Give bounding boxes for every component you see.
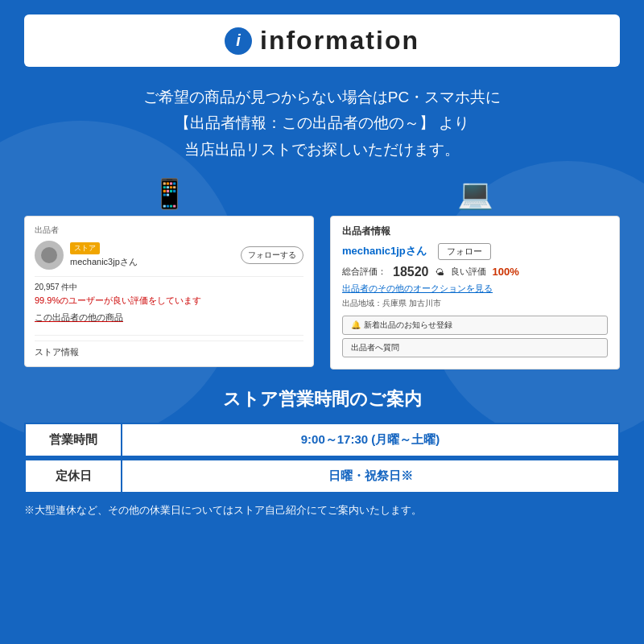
screenshots-row: 📱 出品者 ストア mechanic3jpさん フォローする 20,957 件中… bbox=[24, 177, 620, 369]
description-line3: 当店出品リストでお探しいただけます。 bbox=[24, 137, 620, 163]
store-hours-title: ストア営業時間のご案内 bbox=[24, 387, 620, 411]
smartphone-icon: 📱 bbox=[151, 177, 188, 211]
store-hours-footnote: ※大型連休など、その他の休業日についてはストア自己紹介にてご案内いたします。 bbox=[24, 503, 620, 518]
pc-username: mechanic1jpさん bbox=[342, 244, 427, 258]
pc-total-num: 18520 bbox=[393, 265, 429, 279]
mobile-stats: 20,957 件中 bbox=[35, 282, 303, 293]
info-header: i information bbox=[24, 14, 620, 67]
bell-icon: 🔔 bbox=[351, 320, 361, 329]
mobile-avatar bbox=[35, 241, 64, 270]
hours-table: 営業時間 9:00～17:30 (月曜～土曜) 定休日 日曜・祝祭日※ bbox=[24, 423, 620, 493]
mobile-screenshot: 出品者 ストア mechanic3jpさん フォローする 20,957 件中 9… bbox=[24, 216, 314, 367]
description-block: ご希望の商品が見つからない場合はPC・スマホ共に 【出品者情報：この出品者の他の… bbox=[24, 85, 620, 163]
pc-total-label: 総合評価： bbox=[342, 266, 386, 278]
pc-column: 💻 出品者情報 mechanic1jpさん フォロー 総合評価： 18520 🌤… bbox=[330, 177, 620, 369]
mobile-section-label: 出品者 bbox=[35, 225, 303, 236]
description-line2-text: 【出品者情報：この出品者の他の～】 より bbox=[175, 114, 469, 131]
pc-notify-button[interactable]: 🔔 新着出品のお知らせ登録 bbox=[342, 316, 608, 335]
mobile-store-badge: ストア bbox=[70, 242, 100, 254]
pc-auction-link[interactable]: 出品者のその他のオークションを見る bbox=[342, 283, 608, 295]
pc-good-label: 良い評価 bbox=[451, 266, 486, 278]
pc-sun-icon: 🌤 bbox=[436, 267, 444, 277]
pc-section-label: 出品者情報 bbox=[342, 225, 608, 238]
info-icon: i bbox=[225, 27, 252, 55]
pc-question-button[interactable]: 出品者へ質問 bbox=[342, 338, 608, 357]
mobile-store-info: ストア情報 bbox=[35, 341, 303, 358]
pc-location: 出品地域：兵庫県 加古川市 bbox=[342, 298, 608, 309]
hours-label-2: 定休日 bbox=[25, 460, 122, 493]
pc-good-pct: 100% bbox=[493, 266, 519, 278]
pc-icon: 💻 bbox=[457, 177, 493, 211]
pc-user-row: mechanic1jpさん フォロー bbox=[342, 243, 608, 260]
mobile-positive-rate: 99.9%のユーザーが良い評価をしています bbox=[35, 295, 303, 307]
pc-screenshot: 出品者情報 mechanic1jpさん フォロー 総合評価： 18520 🌤 良… bbox=[330, 216, 620, 369]
mobile-avatar-inner bbox=[41, 247, 57, 263]
table-row: 営業時間 9:00～17:30 (月曜～土曜) bbox=[25, 423, 619, 456]
mobile-user-row: ストア mechanic3jpさん フォローする bbox=[35, 241, 303, 270]
table-row: 定休日 日曜・祝祭日※ bbox=[25, 460, 619, 493]
store-hours-section: ストア営業時間のご案内 営業時間 9:00～17:30 (月曜～土曜) 定休日 … bbox=[24, 387, 620, 518]
hours-label-1: 営業時間 bbox=[25, 423, 122, 456]
mobile-username: mechanic3jpさん bbox=[70, 256, 138, 268]
description-line2: 【出品者情報：この出品者の他の～】 より bbox=[24, 110, 620, 136]
pc-rating-row: 総合評価： 18520 🌤 良い評価 100% bbox=[342, 265, 608, 279]
mobile-column: 📱 出品者 ストア mechanic3jpさん フォローする 20,957 件中… bbox=[24, 177, 314, 367]
pc-question-label: 出品者へ質問 bbox=[351, 342, 399, 353]
info-title: information bbox=[260, 26, 419, 56]
pc-notify-label: 新着出品のお知らせ登録 bbox=[364, 320, 452, 331]
hours-value-2: 日曜・祝祭日※ bbox=[122, 460, 619, 493]
mobile-follow-button[interactable]: フォローする bbox=[241, 246, 303, 264]
mobile-user-info: ストア mechanic3jpさん bbox=[70, 242, 138, 268]
hours-value-1: 9:00～17:30 (月曜～土曜) bbox=[122, 423, 619, 456]
description-line1: ご希望の商品が見つからない場合はPC・スマホ共に bbox=[24, 85, 620, 110]
mobile-seller-link[interactable]: この出品者の他の商品 bbox=[35, 312, 123, 324]
pc-follow-button[interactable]: フォロー bbox=[438, 243, 491, 260]
